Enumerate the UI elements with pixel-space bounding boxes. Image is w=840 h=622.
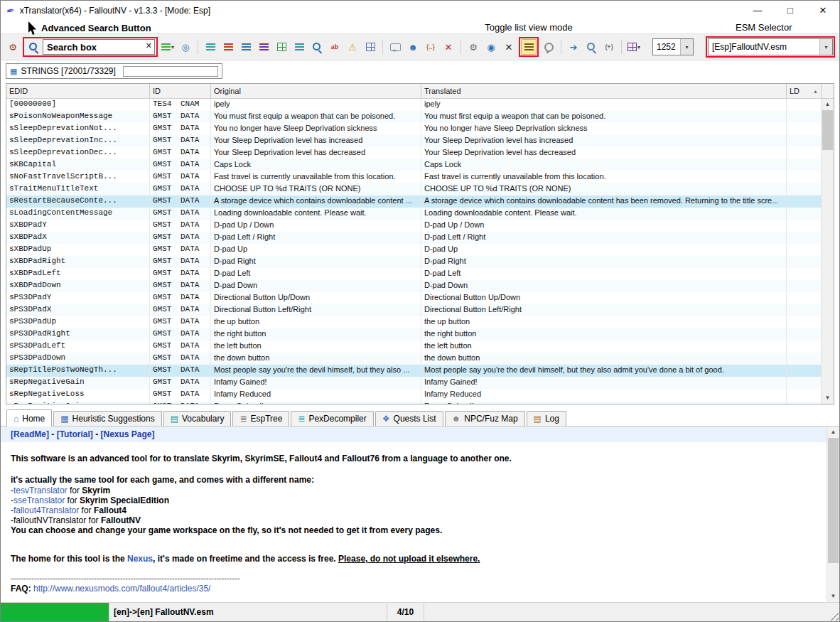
filter-search-icon[interactable] [309,39,325,55]
list-view-translated-icon[interactable] [238,39,254,55]
cell-edid: sXBDPadX [6,232,150,244]
table-row[interactable]: sPS3DPadXGMST DATADirectional Button Lef… [6,304,821,316]
list-view-validated-icon[interactable] [256,39,271,55]
tab-esptree[interactable]: ≣EspTree [232,411,289,426]
columns-icon[interactable] [362,39,378,55]
readme-link[interactable]: [ReadMe] [11,429,49,439]
scroll-track[interactable] [822,110,834,392]
nexus-page-link[interactable]: [Nexus Page] [100,429,154,439]
npc-voice-icon[interactable]: ☻ [405,39,421,55]
ld-label: LD [790,87,799,95]
table-row[interactable]: sPS3DPadRightGMST DATAthe right buttonth… [6,328,821,341]
maximize-button[interactable]: □ [774,1,807,21]
resize-grip[interactable] [829,611,839,621]
codepage-combobox[interactable]: 1252 ▾ [652,38,694,55]
search-heuristic-icon[interactable] [583,39,599,55]
export-translation-icon[interactable]: ➔ [566,39,581,55]
table-scrollbar[interactable]: ▲ ▼ [821,99,834,404]
content-scrollbar[interactable]: ▲ ▼ [826,427,839,602]
column-header-translated[interactable]: Translated [421,84,787,98]
tool-name-link[interactable]: fallout4Translator [14,505,79,515]
table-row[interactable]: sNoFastTravelScriptB...GMST DATAFast tra… [6,171,821,183]
spellcheck-icon[interactable]: ab [327,39,343,55]
list-view-all-icon[interactable] [203,39,218,55]
comments-icon[interactable] [387,39,403,55]
table-row[interactable]: sPoisonNoWeaponMessageGMST DATAYou must … [6,111,821,123]
close-esp-icon[interactable]: ✕ [501,39,517,55]
table-row[interactable]: sXBDPadXGMST DATAD-pad Left / RightD-pad… [6,232,821,244]
web-search-icon[interactable]: ◎ [178,39,193,55]
toggle-list-view-icon[interactable] [521,39,537,55]
table-row[interactable]: sXBDPadRightGMST DATAD-pad RightD-pad Ri… [6,256,821,268]
tab-pexdecompiler[interactable]: ≣PexDecompiler [291,411,373,426]
column-header-ld[interactable]: LD ▲ [787,84,822,98]
codepage-dropdown-icon[interactable]: ▾ [680,39,693,55]
minimize-button[interactable]: — [741,1,774,21]
tab-home[interactable]: ⌂Home [6,409,52,427]
close-button[interactable]: ✕ [807,1,839,21]
scroll-track[interactable] [827,438,839,591]
insert-original-icon[interactable]: (+) [601,39,617,55]
advanced-search-icon[interactable] [26,39,41,55]
table-row[interactable]: sSleepDeprevationDec...GMST DATAYour Sle… [6,147,821,159]
table-row[interactable]: sSleepDeprevationNot...GMST DATAYou no l… [6,123,821,135]
table-row[interactable]: sPS3DPadYGMST DATADirectional Button Up/… [6,292,821,304]
api-translate-icon[interactable]: ▾ [160,39,176,55]
esm-selector-combobox[interactable]: [Esp]FalloutNV.esm ▾ [708,38,833,55]
tutorial-link[interactable]: [Tutorial] [57,429,93,439]
scroll-up-icon[interactable]: ▲ [822,99,834,110]
color-legend-icon[interactable]: ▾ [626,39,642,55]
table-row[interactable]: sKBCapitalGMST DATACaps LockCaps Lock [6,159,821,171]
table-row[interactable]: sXBDPadYGMST DATAD-pad Up / DownD-pad Up… [6,220,821,232]
table-row[interactable]: sXBDPadLeftGMST DATAD-pad LeftD-pad Left [6,268,821,280]
table-row[interactable]: sSleepDeprevationInc...GMST DATAYour Sle… [6,135,821,147]
scroll-thumb[interactable] [822,110,833,150]
table-row[interactable]: sRepTitlePosTwoNegTh...GMST DATAMost peo… [6,365,821,377]
tool-name-link[interactable]: sseTranslator [14,495,65,505]
tab-vocabulary[interactable]: ▤Vocabulary [163,411,232,426]
tab-heuristic-suggestions[interactable]: ▦Heuristic Suggestions [53,411,161,426]
table-row[interactable]: [00000000]TES4 CNAMipelyipely [6,99,821,111]
esm-selector-dropdown-icon[interactable]: ▾ [819,39,832,55]
strings-tab[interactable]: ▦ STRINGS [72001/73329] [6,63,222,79]
scroll-thumb[interactable] [828,438,839,563]
column-header-edid[interactable]: EDID [6,84,150,98]
title-bar[interactable]: ✒ xTranslator(x64) - FalloutNV - v1.3.3 … [1,1,839,21]
tab-log[interactable]: ▤Log [527,411,566,426]
faq-link[interactable]: http://www.nexusmods.com/fallout4/articl… [33,584,210,594]
table-row[interactable]: sRestartBecauseConte...GMST DATAA storag… [6,195,821,208]
options-icon[interactable]: ⚙ [5,39,21,55]
table-row[interactable]: sPS3DPadLeftGMST DATAthe left buttonthe … [6,341,821,353]
list-details-icon[interactable] [291,39,307,55]
scroll-up-icon[interactable]: ▲ [827,427,839,438]
clear-translation-icon[interactable]: ✕ [441,39,456,55]
table-row[interactable]: sLoadingContentMessageGMST DATALoading d… [6,208,821,220]
table-row[interactable]: sRepPositiveGainGMST DATAFame Gained!Fam… [6,401,821,404]
reload-esp-icon[interactable]: ◉ [483,39,499,55]
scroll-down-icon[interactable]: ▼ [827,591,839,602]
cell-id: GMST DATA [150,244,211,256]
table-row[interactable]: sXBDPadUpGMST DATAD-pad UpD-pad Up [6,244,821,256]
warnings-icon[interactable]: ⚠ [345,39,360,55]
table-row[interactable]: sRepNegativeGainGMST DATAInfamy Gained!I… [6,377,821,389]
cell-ld [787,99,821,111]
table-row[interactable]: sPS3DPadUpGMST DATAthe up buttonthe up b… [6,316,821,328]
scroll-down-icon[interactable]: ▼ [822,392,834,404]
column-header-original[interactable]: Original [211,84,421,98]
hints-bulb-icon[interactable] [541,39,556,55]
clear-search-icon[interactable]: ✕ [146,41,152,50]
table-row[interactable]: sXBDPadDownGMST DATAD-pad DownD-pad Down [6,280,821,292]
tool-name-link[interactable]: tesvTranslator [14,486,68,495]
tab-npc-fuz-map[interactable]: ☻NPC/Fuz Map [445,411,525,426]
table-row[interactable]: sPS3DPadDownGMST DATAthe down buttonthe … [6,353,821,365]
grid-view-icon[interactable] [274,39,289,55]
settings-gear-icon[interactable]: ⚙ [465,39,481,55]
search-input[interactable] [43,39,155,55]
list-view-untranslated-icon[interactable] [220,39,236,55]
column-header-id[interactable]: ID [150,84,211,98]
nexus-link[interactable]: Nexus [127,554,153,564]
tab-quests-list[interactable]: ❖Quests List [375,411,443,426]
regex-icon[interactable]: {..} [423,39,438,55]
table-row[interactable]: sRepNegativeLossGMST DATAInfamy ReducedI… [6,389,821,401]
table-row[interactable]: sTraitMenuTitleTextGMST DATACHOOSE UP TO… [6,183,821,195]
